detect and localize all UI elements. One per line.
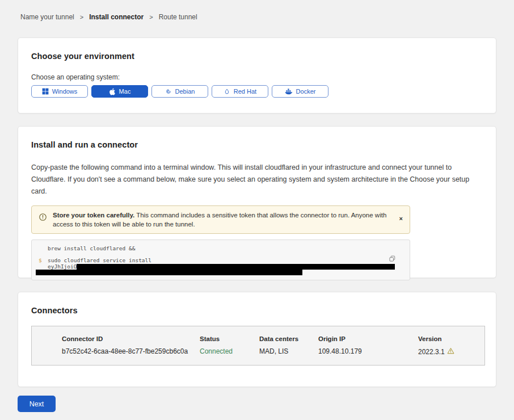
card-title: Install and run a connector [31,140,483,149]
command-line-2-text: sudo cloudflared service install [48,257,395,263]
breadcrumb-step-route-tunnel[interactable]: Route tunnel [159,13,197,21]
card-title: Choose your environment [31,52,483,61]
breadcrumb-step-install-connector[interactable]: Install connector [89,13,144,21]
token-line: eyJhIjoiO [48,263,395,270]
debian-logo-icon [165,88,172,95]
token-redaction-bar [36,270,302,275]
version-cell: 2022.3.1 [418,347,484,356]
version-warning-icon [447,347,454,356]
warning-message: Store your token carefully. This command… [47,211,398,229]
os-button-label: Mac [119,88,131,95]
breadcrumb: Name your tunnel > Install connector > R… [20,13,197,21]
apple-logo-icon [109,88,116,95]
choose-environment-card: Choose your environment Choose an operat… [18,37,496,114]
column-header-origin-ip: Origin IP [318,335,418,342]
os-button-label: Windows [52,88,78,95]
column-header-connector-id: Connector ID [62,335,200,342]
status-badge: Connected [200,347,259,356]
os-button-docker[interactable]: Docker [272,85,328,98]
next-button[interactable]: Next [18,396,56,412]
os-button-debian[interactable]: Debian [151,85,208,98]
connectors-card: Connectors Connector ID Status Data cent… [18,292,496,387]
shell-prompt: $ [39,257,48,270]
os-button-label: Docker [296,88,316,95]
data-centers-cell: MAD, LIS [259,347,318,356]
connectors-table: Connector ID Status Data centers Origin … [31,326,485,366]
install-command-block: brew install cloudflared && $ sudo cloud… [31,240,410,280]
breadcrumb-step-name-your-tunnel[interactable]: Name your tunnel [20,13,74,21]
windows-logo-icon [42,88,49,95]
copy-icon[interactable] [389,255,396,264]
docker-logo-icon [285,88,293,95]
version-value: 2022.3.1 [418,348,445,356]
token-warning-banner: Store your token carefully. This command… [31,205,410,234]
token-redaction-bar [77,264,395,270]
tunnel-setup-page: Name your tunnel > Install connector > R… [0,0,514,420]
card-title: Connectors [31,306,483,315]
warning-title: Store your token carefully. [53,212,134,219]
table-row: b7c52c42-6caa-48ee-8c77-fbe259cb6c0a Con… [62,347,484,356]
os-button-redhat[interactable]: Red Hat [212,85,268,98]
connector-id-cell: b7c52c42-6caa-48ee-8c77-fbe259cb6c0a [62,347,200,356]
os-select-label: Choose an operating system: [31,73,483,81]
breadcrumb-separator: > [149,14,153,20]
close-icon[interactable]: × [398,214,404,223]
os-button-label: Debian [175,88,195,95]
command-line-2: $ sudo cloudflared service install eyJhI… [32,257,410,270]
column-header-data-centers: Data centers [259,335,318,342]
breadcrumb-separator: > [80,14,83,20]
column-header-version: Version [418,335,484,342]
redhat-logo-icon [224,88,230,95]
column-header-status: Status [200,335,259,342]
os-button-label: Red Hat [234,88,256,95]
os-button-group: Windows Mac Debian Red Hat [31,85,483,98]
origin-ip-cell: 109.48.10.179 [318,347,418,356]
os-button-windows[interactable]: Windows [31,85,88,98]
command-line-1: brew install cloudflared && [48,245,410,252]
install-connector-card: Install and run a connector Copy-paste t… [18,126,496,278]
os-button-mac[interactable]: Mac [91,85,148,98]
token-prefix: eyJhIjoiO [48,263,77,270]
warning-circle-icon [39,213,47,224]
connector-instructions: Copy-paste the following command into a … [31,162,484,198]
table-header-row: Connector ID Status Data centers Origin … [62,335,484,342]
